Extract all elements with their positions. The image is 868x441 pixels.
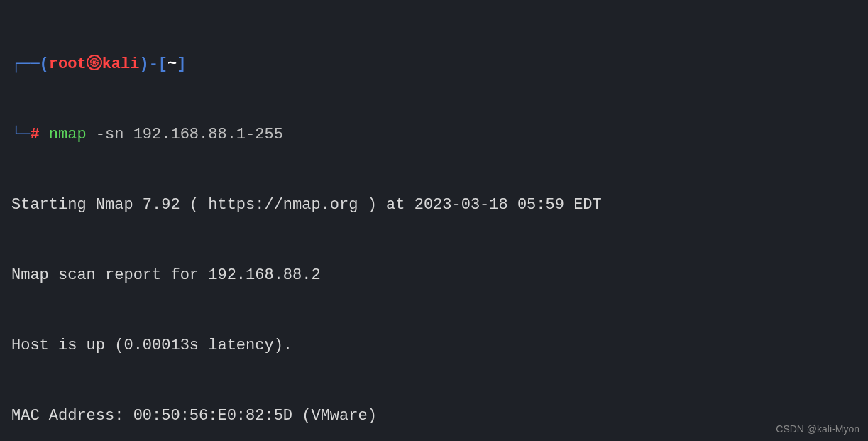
prompt-decoration: ┌──( bbox=[11, 55, 49, 73]
command-name: nmap bbox=[49, 126, 87, 143]
command-target: 192.168.88.1-255 bbox=[133, 126, 283, 143]
prompt-decoration: └─ bbox=[11, 126, 30, 143]
prompt-line-1: ┌──(root㉿kali)-[~] bbox=[11, 53, 857, 76]
output-line: Nmap scan report for 192.168.88.2 bbox=[11, 263, 857, 287]
watermark-text: CSDN @kali-Myon bbox=[776, 422, 859, 437]
command-args: -sn bbox=[87, 126, 133, 143]
prompt-host: kali bbox=[102, 55, 140, 73]
prompt-decoration: )-[ bbox=[139, 55, 167, 73]
output-line: MAC Address: 00:50:56:E0:82:5D (VMware) bbox=[11, 404, 857, 428]
prompt-user: root bbox=[49, 55, 87, 73]
prompt-decoration: ] bbox=[177, 55, 186, 73]
output-line: Starting Nmap 7.92 ( https://nmap.org ) … bbox=[11, 193, 857, 217]
kali-icon: ㉿ bbox=[87, 55, 102, 70]
terminal-window: ┌──(root㉿kali)-[~] └─# nmap -sn 192.168.… bbox=[11, 6, 857, 441]
prompt-path: ~ bbox=[167, 55, 177, 73]
output-line: Host is up (0.00013s latency). bbox=[11, 334, 857, 357]
prompt-hash: # bbox=[30, 126, 39, 143]
prompt-line-2[interactable]: └─# nmap -sn 192.168.88.1-255 bbox=[11, 123, 857, 146]
